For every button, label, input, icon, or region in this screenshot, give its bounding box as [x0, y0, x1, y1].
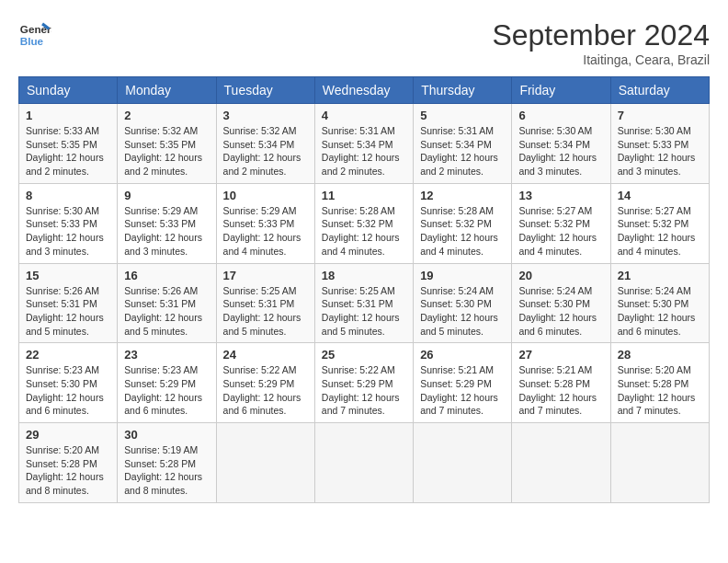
calendar-cell [314, 423, 413, 503]
cell-details: Sunrise: 5:30 AMSunset: 5:34 PMDaylight:… [518, 124, 603, 178]
day-number: 20 [518, 269, 603, 282]
cell-details: Sunrise: 5:29 AMSunset: 5:33 PMDaylight:… [223, 204, 308, 259]
day-number: 30 [124, 428, 209, 442]
calendar-cell: 27Sunrise: 5:21 AMSunset: 5:28 PMDayligh… [512, 343, 610, 423]
column-header-sunday: Sunday [19, 77, 118, 104]
day-number: 17 [223, 269, 308, 282]
calendar-header-row: SundayMondayTuesdayWednesdayThursdayFrid… [19, 77, 710, 104]
cell-details: Sunrise: 5:19 AMSunset: 5:28 PMDaylight:… [124, 443, 209, 498]
page-header: General Blue September 2024 Itaitinga, C… [18, 18, 710, 67]
calendar-cell: 11Sunrise: 5:28 AMSunset: 5:32 PMDayligh… [314, 183, 413, 263]
calendar-cell [216, 423, 314, 503]
calendar-cell: 26Sunrise: 5:21 AMSunset: 5:29 PMDayligh… [414, 343, 512, 423]
cell-details: Sunrise: 5:27 AMSunset: 5:32 PMDaylight:… [518, 204, 603, 259]
location: Itaitinga, Ceara, Brazil [492, 52, 710, 67]
calendar-cell: 8Sunrise: 5:30 AMSunset: 5:33 PMDaylight… [19, 183, 118, 263]
calendar-cell: 30Sunrise: 5:19 AMSunset: 5:28 PMDayligh… [118, 423, 216, 503]
column-header-wednesday: Wednesday [314, 77, 413, 104]
day-number: 11 [322, 189, 406, 202]
day-number: 8 [26, 189, 110, 202]
cell-details: Sunrise: 5:33 AMSunset: 5:35 PMDaylight:… [26, 124, 110, 178]
calendar-cell: 24Sunrise: 5:22 AMSunset: 5:29 PMDayligh… [216, 343, 314, 423]
day-number: 14 [618, 189, 702, 202]
day-number: 2 [124, 109, 209, 122]
cell-details: Sunrise: 5:30 AMSunset: 5:33 PMDaylight:… [618, 124, 702, 178]
day-number: 27 [518, 348, 603, 362]
calendar-cell [414, 423, 512, 503]
cell-details: Sunrise: 5:27 AMSunset: 5:32 PMDaylight:… [618, 204, 702, 259]
month-title: September 2024 [492, 18, 710, 52]
calendar-cell: 23Sunrise: 5:23 AMSunset: 5:29 PMDayligh… [118, 343, 216, 423]
calendar-cell: 5Sunrise: 5:31 AMSunset: 5:34 PMDaylight… [414, 104, 512, 184]
cell-details: Sunrise: 5:25 AMSunset: 5:31 PMDaylight:… [322, 284, 406, 339]
calendar-week-row: 22Sunrise: 5:23 AMSunset: 5:30 PMDayligh… [19, 343, 710, 423]
day-number: 22 [26, 348, 110, 362]
cell-details: Sunrise: 5:31 AMSunset: 5:34 PMDaylight:… [420, 124, 505, 178]
day-number: 13 [518, 189, 603, 202]
day-number: 21 [618, 269, 702, 282]
logo: General Blue [18, 18, 51, 52]
day-number: 3 [223, 109, 308, 122]
day-number: 12 [420, 189, 505, 202]
calendar-cell: 22Sunrise: 5:23 AMSunset: 5:30 PMDayligh… [19, 343, 118, 423]
column-header-saturday: Saturday [610, 77, 709, 104]
calendar-cell: 19Sunrise: 5:24 AMSunset: 5:30 PMDayligh… [414, 263, 512, 343]
day-number: 5 [420, 109, 505, 122]
calendar-cell: 13Sunrise: 5:27 AMSunset: 5:32 PMDayligh… [512, 183, 610, 263]
day-number: 18 [322, 269, 406, 282]
day-number: 29 [26, 428, 110, 442]
calendar-cell: 2Sunrise: 5:32 AMSunset: 5:35 PMDaylight… [118, 104, 216, 184]
cell-details: Sunrise: 5:20 AMSunset: 5:28 PMDaylight:… [618, 363, 702, 418]
cell-details: Sunrise: 5:22 AMSunset: 5:29 PMDaylight:… [223, 363, 308, 418]
calendar-cell: 20Sunrise: 5:24 AMSunset: 5:30 PMDayligh… [512, 263, 610, 343]
day-number: 24 [223, 348, 308, 362]
cell-details: Sunrise: 5:28 AMSunset: 5:32 PMDaylight:… [420, 204, 505, 259]
day-number: 1 [26, 109, 110, 122]
calendar-week-row: 29Sunrise: 5:20 AMSunset: 5:28 PMDayligh… [19, 423, 710, 503]
calendar-cell: 29Sunrise: 5:20 AMSunset: 5:28 PMDayligh… [19, 423, 118, 503]
cell-details: Sunrise: 5:26 AMSunset: 5:31 PMDaylight:… [26, 284, 110, 339]
cell-details: Sunrise: 5:25 AMSunset: 5:31 PMDaylight:… [223, 284, 308, 339]
calendar-week-row: 1Sunrise: 5:33 AMSunset: 5:35 PMDaylight… [19, 104, 710, 184]
cell-details: Sunrise: 5:21 AMSunset: 5:28 PMDaylight:… [518, 363, 603, 418]
calendar-cell: 9Sunrise: 5:29 AMSunset: 5:33 PMDaylight… [118, 183, 216, 263]
calendar-week-row: 15Sunrise: 5:26 AMSunset: 5:31 PMDayligh… [19, 263, 710, 343]
calendar-cell: 3Sunrise: 5:32 AMSunset: 5:34 PMDaylight… [216, 104, 314, 184]
svg-text:Blue: Blue [20, 35, 44, 47]
cell-details: Sunrise: 5:22 AMSunset: 5:29 PMDaylight:… [322, 363, 406, 418]
cell-details: Sunrise: 5:24 AMSunset: 5:30 PMDaylight:… [420, 284, 505, 339]
calendar-cell: 21Sunrise: 5:24 AMSunset: 5:30 PMDayligh… [610, 263, 709, 343]
cell-details: Sunrise: 5:31 AMSunset: 5:34 PMDaylight:… [322, 124, 406, 178]
cell-details: Sunrise: 5:23 AMSunset: 5:29 PMDaylight:… [124, 363, 209, 418]
cell-details: Sunrise: 5:32 AMSunset: 5:35 PMDaylight:… [124, 124, 209, 178]
day-number: 26 [420, 348, 505, 362]
cell-details: Sunrise: 5:20 AMSunset: 5:28 PMDaylight:… [26, 443, 110, 498]
calendar-table: SundayMondayTuesdayWednesdayThursdayFrid… [18, 76, 710, 503]
cell-details: Sunrise: 5:24 AMSunset: 5:30 PMDaylight:… [518, 284, 603, 339]
logo-icon: General Blue [18, 18, 51, 52]
calendar-cell: 28Sunrise: 5:20 AMSunset: 5:28 PMDayligh… [610, 343, 709, 423]
cell-details: Sunrise: 5:21 AMSunset: 5:29 PMDaylight:… [420, 363, 505, 418]
day-number: 7 [618, 109, 702, 122]
cell-details: Sunrise: 5:24 AMSunset: 5:30 PMDaylight:… [618, 284, 702, 339]
calendar-cell: 12Sunrise: 5:28 AMSunset: 5:32 PMDayligh… [414, 183, 512, 263]
day-number: 23 [124, 348, 209, 362]
column-header-thursday: Thursday [414, 77, 512, 104]
title-block: September 2024 Itaitinga, Ceara, Brazil [492, 18, 710, 67]
cell-details: Sunrise: 5:30 AMSunset: 5:33 PMDaylight:… [26, 204, 110, 259]
day-number: 16 [124, 269, 209, 282]
day-number: 9 [124, 189, 209, 202]
day-number: 6 [518, 109, 603, 122]
svg-text:General: General [20, 23, 51, 35]
day-number: 10 [223, 189, 308, 202]
column-header-friday: Friday [512, 77, 610, 104]
cell-details: Sunrise: 5:28 AMSunset: 5:32 PMDaylight:… [322, 204, 406, 259]
calendar-cell: 25Sunrise: 5:22 AMSunset: 5:29 PMDayligh… [314, 343, 413, 423]
calendar-cell: 18Sunrise: 5:25 AMSunset: 5:31 PMDayligh… [314, 263, 413, 343]
cell-details: Sunrise: 5:29 AMSunset: 5:33 PMDaylight:… [124, 204, 209, 259]
column-header-monday: Monday [118, 77, 216, 104]
calendar-cell [512, 423, 610, 503]
day-number: 19 [420, 269, 505, 282]
cell-details: Sunrise: 5:32 AMSunset: 5:34 PMDaylight:… [223, 124, 308, 178]
calendar-cell: 16Sunrise: 5:26 AMSunset: 5:31 PMDayligh… [118, 263, 216, 343]
